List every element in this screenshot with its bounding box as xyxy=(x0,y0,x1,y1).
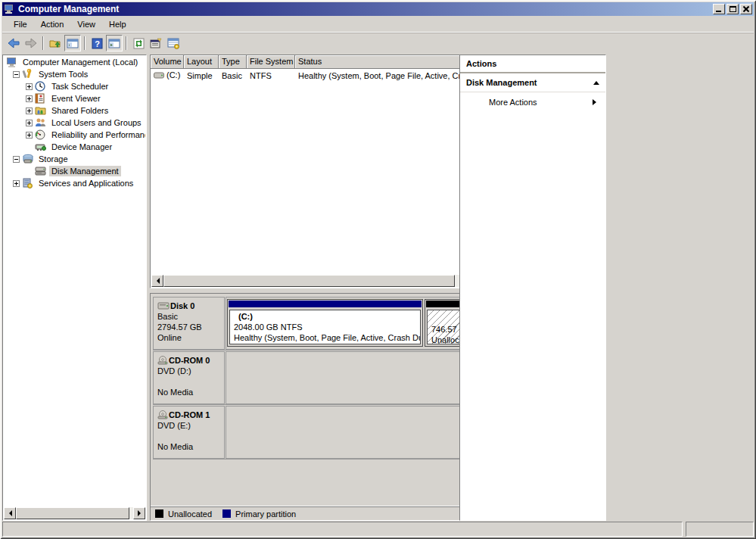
toolbar-separator xyxy=(42,36,44,50)
primary-partition-bar xyxy=(229,301,422,307)
minimize-button[interactable] xyxy=(713,4,725,14)
tree-item-services-and-applications[interactable]: Services and Applications xyxy=(4,177,145,189)
status-bar xyxy=(2,522,754,537)
expand-icon[interactable] xyxy=(26,132,33,139)
title-bar[interactable]: Computer Management xyxy=(2,2,754,16)
actions-panel: Actions Disk Management More Actions xyxy=(459,55,606,521)
task-scheduler-icon xyxy=(35,81,47,92)
cdrom-1-header[interactable]: CD-ROM 1 DVD (E:) No Media xyxy=(153,406,225,459)
partition-label: (C:) xyxy=(234,311,416,322)
volume-icon xyxy=(154,72,164,79)
arrow-left-icon xyxy=(6,510,12,516)
disk-0-header[interactable]: Disk 0 Basic 2794.57 GB Online xyxy=(153,297,225,350)
window-title: Computer Management xyxy=(18,4,711,14)
forward-icon xyxy=(24,38,38,48)
tree-item-label: Event Viewer xyxy=(49,93,103,104)
tree-item-reliability-and-performance[interactable]: Reliability and Performanc xyxy=(4,129,145,141)
tree-item-system-tools[interactable]: System Tools xyxy=(4,68,145,80)
more-actions-label: More Actions xyxy=(489,98,593,107)
cd-icon xyxy=(157,356,168,365)
menu-file[interactable]: File xyxy=(7,17,34,31)
collapse-icon[interactable] xyxy=(13,156,20,163)
minimize-icon xyxy=(716,11,721,12)
show-console-tree-button[interactable] xyxy=(64,35,81,51)
scroll-left-button[interactable] xyxy=(151,275,163,287)
tree-horizontal-scrollbar[interactable] xyxy=(4,507,145,519)
status-panel xyxy=(2,522,683,537)
volume-name: (C:) xyxy=(166,70,180,79)
collapse-icon[interactable] xyxy=(13,71,20,78)
tree-item-disk-management[interactable]: Disk Management xyxy=(4,165,145,177)
toolbar-separator xyxy=(126,36,127,50)
console-window-button[interactable] xyxy=(165,35,182,51)
cdrom-name: CD-ROM 0 xyxy=(169,355,210,366)
back-button[interactable] xyxy=(5,35,22,51)
tree-item-local-users-and-groups[interactable]: Local Users and Groups xyxy=(4,117,145,129)
tree-item-label: Task Scheduler xyxy=(49,81,110,92)
scroll-left-button[interactable] xyxy=(4,507,16,519)
tree-item-device-manager[interactable]: Device Manager xyxy=(4,141,145,153)
properties-button[interactable] xyxy=(148,35,164,51)
expand-icon[interactable] xyxy=(26,107,33,114)
primary-partition-swatch xyxy=(222,509,231,518)
tree-item-label: Local Users and Groups xyxy=(49,117,144,128)
actions-section-label: Disk Management xyxy=(466,78,593,87)
scroll-right-button[interactable] xyxy=(133,507,145,519)
partition-status: Healthy (System, Boot, Page File, Active… xyxy=(234,332,416,343)
column-header-volume[interactable]: Volume xyxy=(151,55,184,69)
shared-folders-icon xyxy=(35,105,47,116)
performance-icon xyxy=(35,129,47,140)
cdrom-drive: DVD (D:) xyxy=(157,366,220,376)
tree-item-shared-folders[interactable]: Shared Folders xyxy=(4,104,145,117)
unallocated-swatch xyxy=(155,509,163,518)
users-icon xyxy=(35,117,47,128)
show-action-pane-button[interactable] xyxy=(106,35,123,51)
legend-label-unallocated: Unallocated xyxy=(168,509,212,519)
menu-help[interactable]: Help xyxy=(102,17,133,31)
back-icon xyxy=(7,38,20,48)
partition-detail: 2048.00 GB NTFS xyxy=(234,322,416,332)
system-tools-icon xyxy=(22,69,34,79)
expand-icon[interactable] xyxy=(26,95,33,102)
column-header-layout[interactable]: Layout xyxy=(184,55,219,69)
partition-c[interactable]: (C:) 2048.00 GB NTFS Healthy (System, Bo… xyxy=(227,299,423,347)
refresh-icon xyxy=(133,38,145,49)
actions-panel-title: Actions xyxy=(460,55,605,73)
tree-item-label: Disk Management xyxy=(49,166,121,176)
menu-bar: File Action View Help xyxy=(2,16,754,33)
volume-layout: Simple xyxy=(184,70,219,81)
tree-item-computer-management[interactable]: Computer Management (Local) xyxy=(4,56,145,68)
column-header-file-system[interactable]: File System xyxy=(247,55,295,69)
expand-icon[interactable] xyxy=(26,120,33,126)
cdrom-0-header[interactable]: CD-ROM 0 DVD (D:) No Media xyxy=(153,351,225,404)
scroll-thumb[interactable] xyxy=(163,275,455,287)
column-header-type[interactable]: Type xyxy=(219,55,247,69)
tree-item-task-scheduler[interactable]: Task Scheduler xyxy=(4,80,145,92)
main-area: Computer Management (Local) System Tools… xyxy=(2,53,754,521)
scroll-thumb[interactable] xyxy=(16,507,129,519)
computer-management-window: Computer Management File Action View Hel… xyxy=(0,0,756,539)
cdrom-status: No Media xyxy=(157,387,220,397)
collapse-up-icon[interactable] xyxy=(593,78,599,85)
tree-item-storage[interactable]: Storage xyxy=(4,153,145,165)
expand-icon[interactable] xyxy=(26,83,33,90)
tree-item-label: Services and Applications xyxy=(36,178,135,188)
cdrom-status: No Media xyxy=(157,441,220,452)
arrow-right-icon xyxy=(138,510,144,516)
up-folder-button[interactable] xyxy=(47,35,64,51)
legend-label-primary-partition: Primary partition xyxy=(235,509,296,519)
console-tree-panel: Computer Management (Local) System Tools… xyxy=(2,55,147,521)
help-button[interactable]: ? xyxy=(89,35,105,51)
forward-button[interactable] xyxy=(23,35,39,51)
more-actions-item[interactable]: More Actions xyxy=(460,92,605,112)
tree-item-event-viewer[interactable]: Event Viewer xyxy=(4,92,145,104)
maximize-button[interactable] xyxy=(726,4,739,14)
menu-view[interactable]: View xyxy=(70,17,102,31)
tree-item-label: Device Manager xyxy=(49,142,114,152)
actions-section-disk-management[interactable]: Disk Management xyxy=(460,73,605,92)
menu-action[interactable]: Action xyxy=(34,17,71,31)
expand-icon[interactable] xyxy=(13,180,20,187)
refresh-button[interactable] xyxy=(130,35,147,51)
close-button[interactable] xyxy=(740,4,752,14)
device-manager-icon xyxy=(35,142,47,152)
